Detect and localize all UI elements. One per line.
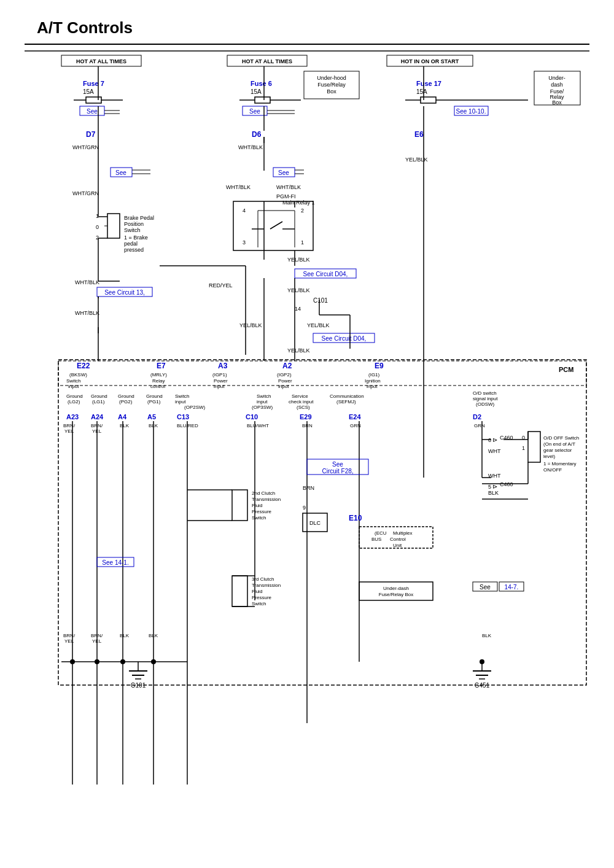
e22-label: E22 <box>77 362 90 370</box>
od-switch-box-label5: 1 = Momentary <box>543 461 577 467</box>
circuitD04-link2[interactable]: See Circuit D04, <box>322 335 367 342</box>
yelblk-label5: YEL/BLK <box>307 322 330 328</box>
clutch3-label4: Pressure <box>252 595 272 600</box>
circuitF28-link2[interactable]: Circuit F28, <box>322 468 353 475</box>
e10-label: E10 <box>349 514 362 522</box>
gnd-pg2-sub: (PG2) <box>119 399 133 405</box>
svg-rect-67 <box>58 361 586 386</box>
svg-rect-50 <box>107 214 120 238</box>
fuse7-see-link[interactable]: See <box>87 108 98 115</box>
brake-switch-label6: pressed <box>124 247 144 253</box>
hot-label-2: HOT AT ALL TIMES <box>242 58 292 64</box>
clutch3-label3: Fluid <box>252 589 262 594</box>
comm-label: Communication <box>330 393 364 399</box>
sw-input1: Switch <box>175 393 190 399</box>
see14-7-see: See <box>480 584 491 591</box>
whtgrn-label2: WHT/GRN <box>72 190 99 196</box>
d2-wire: GRN <box>474 423 485 428</box>
fuse6-see-link[interactable]: See <box>249 108 260 115</box>
relay-term3: 3 <box>243 239 246 246</box>
underhood-box-label: Under-hood <box>317 75 346 81</box>
yelblk-label6: YEL/BLK <box>287 347 310 354</box>
e6-label: E6 <box>414 130 424 139</box>
underdash2-label1: Under-dash <box>383 586 409 591</box>
d2-label: D2 <box>473 413 481 420</box>
svg-rect-109 <box>58 360 586 685</box>
a2-func1: Power <box>278 378 292 384</box>
e24-label: E24 <box>349 413 361 420</box>
underdash2-label2: Fuse/Relay Box <box>379 592 413 597</box>
fuse7-rating: 15A <box>83 88 94 95</box>
relay-term1: 1 <box>301 239 304 246</box>
a4-wire: BLK <box>120 423 130 428</box>
c101-label: C101 <box>313 297 328 304</box>
circuitD04-link1[interactable]: See Circuit D04, <box>303 271 348 277</box>
clutch2-label4: Pressure <box>252 509 272 514</box>
gnd-lg1-sub: (LG1) <box>92 399 105 405</box>
c10-label: C10 <box>246 413 258 420</box>
gnd-lg2-sub: (LG2) <box>68 399 80 405</box>
c13-label: C13 <box>177 413 189 420</box>
underdash-box-label: Under- <box>548 75 565 81</box>
svg-rect-80 <box>528 432 540 462</box>
pgmfi-label2: Main Relay 1 <box>282 200 315 206</box>
e7-func2: control <box>150 384 165 389</box>
bottom-wire2b: YEL <box>92 638 102 644</box>
e9-sub: (IG1) <box>368 372 380 378</box>
fuse17-label: Fuse 17 <box>416 80 441 87</box>
sw-input2-sub2: (OP3SW) <box>252 405 273 410</box>
a4-label: A4 <box>118 413 127 420</box>
bottom-wire3: BLK <box>120 633 130 638</box>
sw-input2: Switch <box>257 393 271 399</box>
fuse6-rating: 15A <box>251 88 262 95</box>
bottom-wire5: BLK <box>482 633 492 638</box>
d6-see-link[interactable]: See <box>278 169 289 176</box>
relay-term2: 2 <box>301 207 304 214</box>
svg-text:Box: Box <box>327 88 336 95</box>
sw-input2-sub: input <box>257 399 268 405</box>
e29-label: E29 <box>300 413 312 420</box>
d7-label: D7 <box>86 130 96 139</box>
control-unit-label: Control <box>390 537 406 542</box>
hot-label-1: HOT AT ALL TIMES <box>76 58 126 64</box>
c101-num: 14 <box>295 306 301 312</box>
a3-func1: Power <box>214 378 228 384</box>
svg-text:Fuse/Relay: Fuse/Relay <box>317 82 346 88</box>
diagram-container: HOT AT ALL TIMES HOT AT ALL TIMES HOT IN… <box>25 44 589 847</box>
page-title: A/T Controls <box>0 0 614 44</box>
a23-wire: BRN/ <box>63 423 76 428</box>
svg-rect-13 <box>86 97 101 103</box>
whtblk-label3: WHT/BLK <box>276 184 301 190</box>
wiring-diagram: HOT AT ALL TIMES HOT AT ALL TIMES HOT IN… <box>25 48 589 846</box>
pgmfi-label1: PGM-FI <box>276 193 296 200</box>
a3-func2: input <box>214 384 225 389</box>
clutch2-label3: Fluid <box>252 503 262 508</box>
svg-rect-87 <box>232 490 247 521</box>
fuse17-see-link[interactable]: See 10-10. <box>456 108 486 115</box>
sw-term0: 0 <box>96 224 99 230</box>
svg-rect-97 <box>359 582 433 600</box>
d7-see-link[interactable]: See <box>115 169 126 176</box>
blk-label-od: BLK <box>488 490 499 496</box>
circuitF28-link[interactable]: See <box>332 461 343 468</box>
fuse6-label: Fuse 6 <box>251 80 272 87</box>
wht-label1: WHT <box>488 448 501 454</box>
c460-num2: 5 <box>488 484 491 490</box>
od-switch-sub2: (ODSW) <box>476 401 495 407</box>
clutch3-label5: Switch <box>252 601 266 606</box>
od-switch-box-label2: (On end of A/T <box>543 441 575 447</box>
a3-sub: (IGP1) <box>212 372 227 378</box>
circuit13-link[interactable]: See Circuit 13, <box>104 289 145 296</box>
whtblk-label1: WHT/BLK <box>238 144 263 150</box>
a2-label: A2 <box>282 362 292 370</box>
ecu-bus-label: (ECU <box>375 530 387 536</box>
svc-check-sub2: (SCS) <box>297 405 310 410</box>
see14-1-link[interactable]: See 14-1. <box>102 559 128 566</box>
yelblk-label4: YEL/BLK <box>239 322 262 328</box>
svg-text:Box: Box <box>552 99 562 106</box>
see14-7-link[interactable]: 14-7. <box>505 584 519 591</box>
svg-line-48 <box>270 222 282 229</box>
a3-label: A3 <box>218 362 228 370</box>
od-switch-box-label3: gear selector <box>543 448 572 453</box>
brn-label1: BRN <box>303 485 314 491</box>
